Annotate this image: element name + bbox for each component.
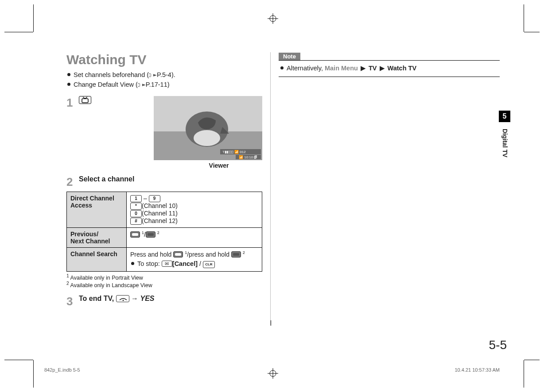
print-footer: 842p_E.indb 5-5 10.4.21 10:57:33 AM	[44, 367, 500, 373]
page-title: Watching TV	[66, 52, 262, 67]
table-row: Previous/ Next Channel 1/ 2	[67, 227, 262, 247]
intro-list: Set channels beforehand (P.5-4). Change …	[67, 70, 262, 90]
crop-mark	[4, 360, 33, 360]
key-1-icon: 1	[130, 195, 142, 202]
svg-rect-6	[149, 73, 151, 77]
crop-mark	[524, 360, 524, 388]
note-box: Alternatively, Main Menu ▶ TV ▶ Watch TV	[279, 60, 500, 77]
channel-table: Direct Channel Access 1 – 9 *(Channel 10…	[66, 192, 262, 272]
navi-key-icon	[173, 251, 183, 257]
clr-key-icon: CLR	[203, 261, 214, 268]
svg-text:T▮▮▯▯▯  📶 012: T▮▮▯▯▯ 📶 012	[222, 150, 246, 154]
table-row: Direct Channel Access 1 – 9 *(Channel 10…	[67, 192, 262, 227]
step-2-title: Select a channel	[79, 175, 262, 183]
path-arrow-icon: ▶	[380, 63, 385, 73]
reference-icon	[138, 82, 146, 88]
crop-mark	[4, 32, 33, 32]
tv-key-icon	[79, 96, 91, 104]
navi-key-icon	[146, 231, 155, 238]
key-hash-icon: #	[130, 218, 142, 225]
row-value: 1 – 9 *(Channel 10) 0(Channel 11) #(Chan…	[127, 192, 262, 227]
registration-mark-icon	[268, 13, 278, 24]
crop-mark	[524, 360, 540, 360]
reference-icon	[149, 73, 157, 78]
svg-text:📶 10:10 🗐: 📶 10:10 🗐	[239, 155, 257, 159]
footnotes: 1 Available only in Portrait View 2 Avai…	[66, 273, 262, 288]
row-label: Direct Channel Access	[67, 192, 127, 227]
key-0-icon: 0	[130, 210, 142, 217]
main-menu-label: Main Menu	[325, 65, 358, 72]
row-label: Previous/ Next Channel	[67, 227, 127, 247]
footer-timestamp: 10.4.21 10:57:33 AM	[455, 367, 500, 373]
note-tab: Note	[279, 53, 300, 60]
step-number-1: 1	[66, 96, 74, 169]
footer-file: 842p_E.indb 5-5	[44, 367, 80, 373]
chapter-label: Digital TV	[501, 122, 509, 164]
path-arrow-icon: ▶	[361, 63, 366, 73]
svg-rect-8	[82, 99, 88, 103]
viewer-caption: Viewer	[175, 162, 262, 169]
row-value: Press and hold 1/press and hold 2 To sto…	[127, 247, 262, 271]
chapter-tab: 5 Digital TV	[499, 111, 510, 164]
svg-rect-7	[138, 84, 140, 87]
navi-key-icon	[231, 251, 241, 257]
svg-point-12	[194, 130, 220, 146]
mail-key-icon	[162, 261, 172, 267]
key-star-icon: *	[130, 203, 142, 210]
crop-mark	[524, 4, 524, 32]
step-number-2: 2	[66, 175, 74, 189]
row-value: 1/ 2	[127, 227, 262, 247]
row-label: Channel Search	[67, 247, 127, 271]
chapter-number: 5	[499, 111, 510, 122]
page-number: 5-5	[489, 338, 507, 352]
step-3-text: To end TV, → YES	[79, 295, 154, 303]
svg-point-18	[122, 300, 124, 301]
intro-item: Set channels beforehand (P.5-4).	[67, 70, 262, 80]
crop-mark	[33, 4, 34, 32]
crop-mark	[33, 360, 34, 388]
crop-mark	[524, 32, 540, 32]
viewer-screenshot: T▮▮▯▯▯ 📶 012 📶 10:10 🗐	[154, 96, 262, 160]
table-row: Channel Search Press and hold 1/press an…	[67, 247, 262, 271]
step-number-3: 3	[66, 295, 74, 308]
navi-key-icon	[130, 231, 140, 238]
end-key-icon	[116, 295, 129, 302]
intro-item: Change Default View (P.17-11)	[67, 80, 262, 89]
key-9-icon: 9	[149, 195, 160, 202]
